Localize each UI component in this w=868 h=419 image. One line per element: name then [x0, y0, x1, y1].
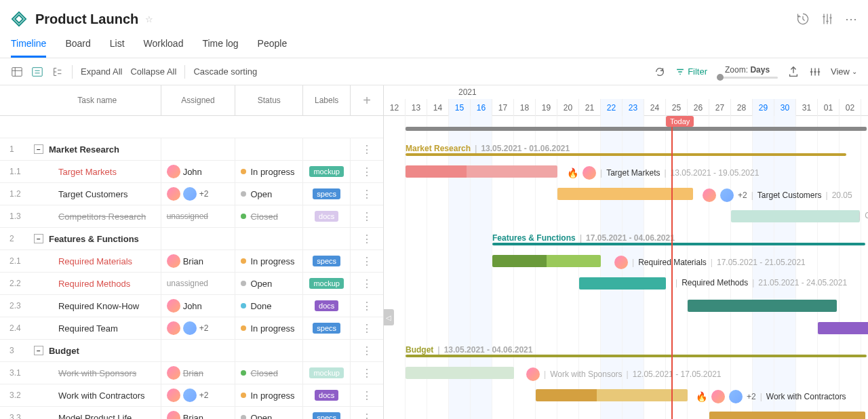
status-cell[interactable]: In progress: [235, 384, 303, 406]
assigned-cell[interactable]: +2: [161, 384, 236, 406]
labels-cell[interactable]: mockup: [303, 273, 351, 294]
cascade-sorting-button[interactable]: Cascade sorting: [193, 66, 257, 77]
task-bar[interactable]: [536, 389, 688, 401]
tab-board[interactable]: Board: [65, 38, 90, 58]
tab-time-log[interactable]: Time log: [202, 38, 238, 58]
row-more-icon[interactable]: ⋮: [351, 344, 383, 357]
assigned-cell[interactable]: [161, 228, 236, 250]
table-row[interactable]: 1−Market Research⋮: [0, 138, 383, 161]
table-row[interactable]: 3.2Work with Contractors+2In progressdoc…: [0, 384, 383, 407]
assigned-cell[interactable]: Brian: [161, 407, 236, 419]
status-cell[interactable]: Open: [235, 273, 303, 294]
row-more-icon[interactable]: ⋮: [351, 389, 383, 402]
status-cell[interactable]: [235, 340, 303, 361]
collapse-icon[interactable]: [31, 66, 43, 78]
table-row[interactable]: 3.1Work with SponsorsBrianClosedmockup⋮: [0, 362, 383, 384]
zoom-control[interactable]: Zoom: Days: [717, 65, 778, 79]
task-bar[interactable]: [406, 165, 557, 178]
table-row[interactable]: 1.1Target MarketsJohnIn progressmockup⋮: [0, 161, 383, 183]
task-bar[interactable]: [709, 412, 865, 419]
row-more-icon[interactable]: ⋮: [351, 233, 383, 245]
favorite-star-icon[interactable]: ☆: [145, 14, 153, 24]
status-cell[interactable]: In progress: [235, 317, 303, 339]
labels-cell[interactable]: [303, 228, 351, 250]
labels-cell[interactable]: specs: [303, 407, 351, 419]
col-header-labels[interactable]: Labels: [303, 85, 351, 115]
status-cell[interactable]: Done: [235, 295, 303, 317]
refresh-icon[interactable]: [654, 66, 666, 78]
tab-list[interactable]: List: [110, 38, 125, 58]
status-cell[interactable]: [235, 138, 303, 160]
group-toggle-icon[interactable]: −: [34, 144, 43, 154]
row-more-icon[interactable]: ⋮: [351, 412, 383, 420]
status-cell[interactable]: In progress: [235, 161, 303, 182]
status-cell[interactable]: Closed: [235, 362, 303, 384]
assigned-cell[interactable]: unassigned: [161, 273, 236, 294]
status-cell[interactable]: Open: [235, 407, 303, 419]
col-header-task-name[interactable]: Task name: [34, 85, 161, 115]
group-toggle-icon[interactable]: −: [34, 346, 43, 355]
table-row[interactable]: 2.1Required MaterialsBrianIn progressspe…: [0, 250, 383, 273]
assigned-cell[interactable]: John: [161, 295, 236, 317]
project-summary-bar[interactable]: [406, 127, 867, 131]
tab-people[interactable]: People: [258, 38, 288, 58]
labels-cell[interactable]: docs: [303, 205, 351, 227]
assigned-cell[interactable]: [161, 340, 236, 361]
labels-cell[interactable]: docs: [303, 295, 351, 317]
add-column-button[interactable]: +: [351, 93, 383, 108]
row-more-icon[interactable]: ⋮: [351, 143, 383, 156]
task-bar[interactable]: [688, 300, 837, 312]
status-cell[interactable]: [235, 228, 303, 250]
history-icon[interactable]: [796, 12, 810, 26]
hierarchy-icon[interactable]: [52, 66, 64, 78]
assigned-cell[interactable]: Brian: [161, 362, 236, 384]
assigned-cell[interactable]: +2: [161, 183, 236, 205]
task-bar[interactable]: [406, 367, 514, 379]
group-bar[interactable]: [406, 153, 846, 156]
expand-all-button[interactable]: Expand All: [81, 66, 122, 77]
task-bar[interactable]: [557, 188, 693, 200]
collapse-panel-button[interactable]: ◁: [384, 309, 394, 325]
tab-workload[interactable]: Workload: [144, 38, 184, 58]
group-toggle-icon[interactable]: −: [34, 234, 43, 243]
task-bar[interactable]: [579, 277, 666, 290]
settings-sliders-icon[interactable]: [821, 12, 834, 26]
view-dropdown[interactable]: View ⌄: [831, 66, 857, 77]
table-row[interactable]: 2.3Required Know-HowJohnDonedocs⋮: [0, 295, 383, 317]
row-more-icon[interactable]: ⋮: [351, 210, 383, 223]
task-bar[interactable]: [492, 255, 601, 267]
assigned-cell[interactable]: [161, 138, 236, 160]
group-bar[interactable]: [492, 243, 865, 245]
labels-cell[interactable]: [303, 340, 351, 361]
assigned-cell[interactable]: Brian: [161, 250, 236, 272]
labels-cell[interactable]: specs: [303, 317, 351, 339]
row-more-icon[interactable]: ⋮: [351, 255, 383, 268]
columns-icon[interactable]: [809, 66, 821, 78]
col-header-assigned[interactable]: Assigned: [161, 85, 236, 115]
table-row[interactable]: 1.3Competitors ResearchunassignedClosedd…: [0, 205, 383, 228]
labels-cell[interactable]: docs: [303, 384, 351, 406]
assigned-cell[interactable]: John: [161, 161, 236, 182]
labels-cell[interactable]: specs: [303, 183, 351, 205]
table-row[interactable]: 3−Budget⋮: [0, 340, 383, 362]
row-more-icon[interactable]: ⋮: [351, 188, 383, 201]
more-menu-icon[interactable]: ⋯: [845, 12, 857, 26]
row-more-icon[interactable]: ⋮: [351, 322, 383, 335]
table-row[interactable]: 2.2Required MethodsunassignedOpenmockup⋮: [0, 273, 383, 295]
labels-cell[interactable]: mockup: [303, 161, 351, 182]
assigned-cell[interactable]: +2: [161, 317, 236, 339]
filter-button[interactable]: Filter: [675, 66, 707, 77]
tab-timeline[interactable]: Timeline: [11, 38, 46, 58]
labels-cell[interactable]: [303, 138, 351, 160]
list-view-icon[interactable]: [11, 66, 23, 78]
assigned-cell[interactable]: unassigned: [161, 205, 236, 227]
labels-cell[interactable]: specs: [303, 250, 351, 272]
row-more-icon[interactable]: ⋮: [351, 367, 383, 380]
status-cell[interactable]: Open: [235, 183, 303, 205]
labels-cell[interactable]: mockup: [303, 362, 351, 384]
table-row[interactable]: 2.4Required Team+2In progressspecs⋮: [0, 317, 383, 340]
export-icon[interactable]: [787, 66, 800, 78]
task-bar[interactable]: [731, 210, 860, 222]
group-bar[interactable]: [406, 355, 867, 357]
table-row[interactable]: 1.2Target Customers+2Openspecs⋮: [0, 183, 383, 205]
